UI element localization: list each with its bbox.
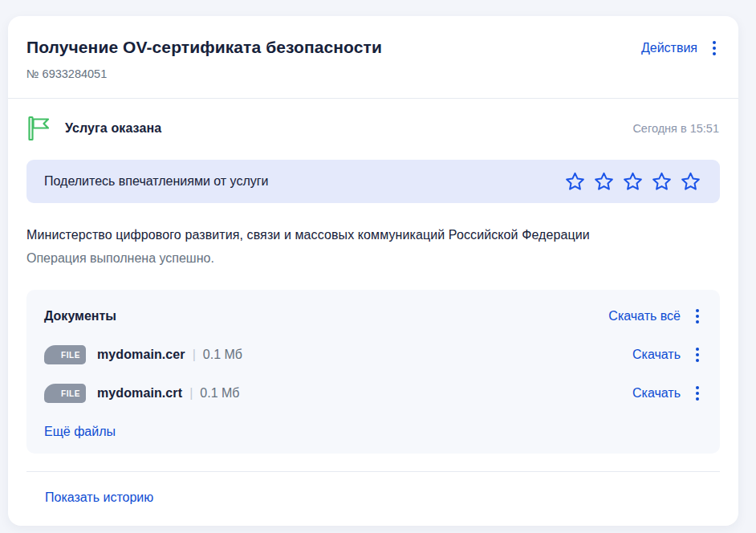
file-name: mydomain.cer <box>97 348 185 362</box>
card-body: Услуга оказана Сегодня в 15:51 Поделитес… <box>8 99 738 505</box>
kebab-menu-icon[interactable] <box>693 384 702 402</box>
download-link[interactable]: Скачать <box>632 386 681 401</box>
documents-title: Документы <box>44 309 116 323</box>
file-separator: | <box>193 348 196 362</box>
documents-panel: Документы Скачать всё FILE mydomain.cer … <box>26 290 720 454</box>
kebab-menu-icon[interactable] <box>693 307 702 325</box>
star-icon[interactable] <box>680 171 701 193</box>
file-name: mydomain.crt <box>97 386 182 401</box>
documents-header: Документы Скачать всё <box>44 307 702 325</box>
file-row: FILE mydomain.cer | 0.1 Мб Скачать <box>44 344 702 365</box>
download-all-link[interactable]: Скачать всё <box>608 309 681 323</box>
page-title: Получение OV-сертификата безопасности <box>26 38 382 57</box>
feedback-banner: Поделитесь впечатлениями от услуги <box>26 160 720 203</box>
status-timestamp: Сегодня в 15:51 <box>632 122 720 135</box>
file-separator: | <box>189 386 193 401</box>
file-size: 0.1 Мб <box>203 348 242 362</box>
file-actions: Скачать <box>632 384 702 402</box>
department-name: Министерство цифрового развития, связи и… <box>26 228 720 242</box>
status-row: Услуга оказана Сегодня в 15:51 <box>26 115 720 142</box>
card-footer: Показать историю <box>26 471 720 505</box>
actions-button[interactable]: Действия <box>641 41 697 55</box>
kebab-menu-icon[interactable] <box>693 346 702 364</box>
kebab-menu-icon[interactable] <box>709 39 719 57</box>
star-icon[interactable] <box>651 171 673 193</box>
documents-actions: Скачать всё <box>608 307 702 325</box>
order-number: № 6933284051 <box>26 67 382 80</box>
file-row: FILE mydomain.crt | 0.1 Мб Скачать <box>44 383 702 404</box>
file-actions: Скачать <box>632 346 702 364</box>
star-icon[interactable] <box>564 171 586 193</box>
flag-icon <box>26 115 51 142</box>
download-link[interactable]: Скачать <box>632 348 681 362</box>
file-badge: FILE <box>44 384 86 403</box>
star-rating <box>564 171 701 193</box>
header-text-block: Получение OV-сертификата безопасности № … <box>26 38 382 80</box>
header-actions: Действия <box>641 39 719 57</box>
star-icon[interactable] <box>593 171 615 193</box>
feedback-prompt: Поделитесь впечатлениями от услуги <box>44 174 269 189</box>
star-icon[interactable] <box>622 171 644 193</box>
file-size: 0.1 Мб <box>200 386 239 401</box>
status-label: Услуга оказана <box>65 121 161 136</box>
order-card: Получение OV-сертификата безопасности № … <box>8 16 738 526</box>
result-message: Операция выполнена успешно. <box>26 251 720 266</box>
card-header: Получение OV-сертификата безопасности № … <box>8 16 738 99</box>
show-history-link[interactable]: Показать историю <box>45 490 153 504</box>
more-files-link[interactable]: Ещё файлы <box>44 425 116 439</box>
file-badge: FILE <box>44 345 86 364</box>
